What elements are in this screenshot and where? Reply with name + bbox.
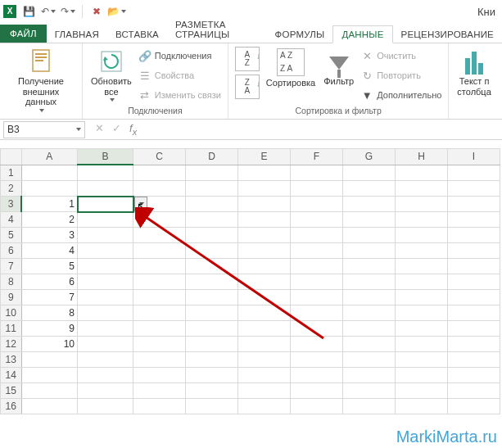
- cell-E4[interactable]: [238, 212, 291, 228]
- cell-D12[interactable]: [186, 337, 238, 352]
- row-header-11[interactable]: 11: [1, 321, 22, 337]
- cell-C14[interactable]: [133, 368, 186, 383]
- sort-asc-button[interactable]: ↓: [235, 47, 260, 71]
- edit-links-button[interactable]: ⇄Изменить связи: [138, 86, 221, 104]
- clear-filter-button[interactable]: ✕Очистить: [360, 47, 441, 65]
- cell-C5[interactable]: [133, 228, 186, 243]
- cell-I5[interactable]: [448, 228, 500, 243]
- cell-B6[interactable]: [78, 243, 133, 259]
- cell-G16[interactable]: [343, 399, 396, 414]
- cell-H10[interactable]: [396, 305, 448, 321]
- cell-F6[interactable]: [291, 243, 343, 259]
- row-header-10[interactable]: 10: [1, 305, 22, 321]
- row-header-15[interactable]: 15: [1, 383, 22, 399]
- cell-F11[interactable]: [291, 321, 343, 337]
- cell-C12[interactable]: [133, 337, 186, 352]
- cell-H11[interactable]: [396, 321, 448, 337]
- column-header-I[interactable]: I: [448, 149, 500, 165]
- column-header-G[interactable]: G: [343, 149, 396, 165]
- cell-B5[interactable]: [78, 228, 133, 243]
- cell-I2[interactable]: [448, 181, 500, 197]
- row-header-8[interactable]: 8: [1, 274, 22, 290]
- sort-button[interactable]: Сортировка: [265, 47, 317, 90]
- open-icon[interactable]: 📂: [109, 4, 124, 19]
- cell-F9[interactable]: [291, 290, 343, 305]
- connections-button[interactable]: 🔗Подключения: [138, 47, 221, 65]
- column-header-A[interactable]: A: [21, 149, 78, 165]
- cell-I6[interactable]: [448, 243, 500, 259]
- formula-input[interactable]: [143, 121, 502, 138]
- tab-review[interactable]: РЕЦЕНЗИРОВАНИЕ: [393, 26, 502, 43]
- remove-icon[interactable]: ✖: [89, 4, 104, 19]
- cell-H16[interactable]: [396, 399, 448, 414]
- cell-D2[interactable]: [186, 181, 238, 197]
- cell-I3[interactable]: [448, 197, 500, 212]
- advanced-filter-button[interactable]: ▼Дополнительно: [360, 86, 441, 104]
- column-header-C[interactable]: C: [133, 149, 186, 165]
- cell-I16[interactable]: [448, 399, 500, 414]
- cell-E1[interactable]: [238, 165, 291, 181]
- grid[interactable]: ABCDEFGHI 123142536475869710811912101314…: [0, 148, 500, 414]
- cell-B4[interactable]: [78, 212, 133, 228]
- row-header-13[interactable]: 13: [1, 352, 22, 368]
- cell-G12[interactable]: [343, 337, 396, 352]
- cell-A7[interactable]: 5: [21, 259, 78, 274]
- cell-C9[interactable]: [133, 290, 186, 305]
- cell-G1[interactable]: [343, 165, 396, 181]
- tab-file[interactable]: ФАЙЛ: [0, 25, 47, 43]
- cell-C11[interactable]: [133, 321, 186, 337]
- cell-G8[interactable]: [343, 274, 396, 290]
- cell-C2[interactable]: [133, 181, 186, 197]
- filter-button[interactable]: Фильтр: [322, 47, 355, 88]
- cell-B15[interactable]: [78, 383, 133, 399]
- cell-C16[interactable]: [133, 399, 186, 414]
- cell-I7[interactable]: [448, 259, 500, 274]
- cell-G7[interactable]: [343, 259, 396, 274]
- cell-G15[interactable]: [343, 383, 396, 399]
- cell-I1[interactable]: [448, 165, 500, 181]
- cell-D5[interactable]: [186, 228, 238, 243]
- row-header-16[interactable]: 16: [1, 399, 22, 414]
- cell-D16[interactable]: [186, 399, 238, 414]
- column-header-H[interactable]: H: [396, 149, 448, 165]
- column-header-F[interactable]: F: [291, 149, 343, 165]
- cell-B9[interactable]: [78, 290, 133, 305]
- cell-E10[interactable]: [238, 305, 291, 321]
- cell-B10[interactable]: [78, 305, 133, 321]
- cell-F15[interactable]: [291, 383, 343, 399]
- cell-B13[interactable]: [78, 352, 133, 368]
- cell-D10[interactable]: [186, 305, 238, 321]
- cell-G10[interactable]: [343, 305, 396, 321]
- cell-H3[interactable]: [396, 197, 448, 212]
- cell-G13[interactable]: [343, 352, 396, 368]
- cell-I10[interactable]: [448, 305, 500, 321]
- cell-C10[interactable]: [133, 305, 186, 321]
- cell-A3[interactable]: 1: [21, 197, 78, 212]
- cell-C6[interactable]: [133, 243, 186, 259]
- cell-A13[interactable]: [21, 352, 78, 368]
- row-header-2[interactable]: 2: [1, 181, 22, 197]
- cell-D14[interactable]: [186, 368, 238, 383]
- cell-I14[interactable]: [448, 368, 500, 383]
- cell-H13[interactable]: [396, 352, 448, 368]
- cell-D4[interactable]: [186, 212, 238, 228]
- reapply-button[interactable]: ↻Повторить: [360, 66, 441, 84]
- cell-B11[interactable]: [78, 321, 133, 337]
- cell-D9[interactable]: [186, 290, 238, 305]
- cell-H14[interactable]: [396, 368, 448, 383]
- select-all-corner[interactable]: [1, 149, 22, 165]
- cell-H9[interactable]: [396, 290, 448, 305]
- cell-G11[interactable]: [343, 321, 396, 337]
- cell-A9[interactable]: 7: [21, 290, 78, 305]
- cell-F5[interactable]: [291, 228, 343, 243]
- column-header-B[interactable]: B: [78, 149, 133, 165]
- cell-H2[interactable]: [396, 181, 448, 197]
- cell-H6[interactable]: [396, 243, 448, 259]
- cell-D15[interactable]: [186, 383, 238, 399]
- cell-G6[interactable]: [343, 243, 396, 259]
- cell-E13[interactable]: [238, 352, 291, 368]
- cell-F4[interactable]: [291, 212, 343, 228]
- cell-F3[interactable]: [291, 197, 343, 212]
- cell-C8[interactable]: [133, 274, 186, 290]
- data-validation-dropdown-button[interactable]: [134, 197, 147, 211]
